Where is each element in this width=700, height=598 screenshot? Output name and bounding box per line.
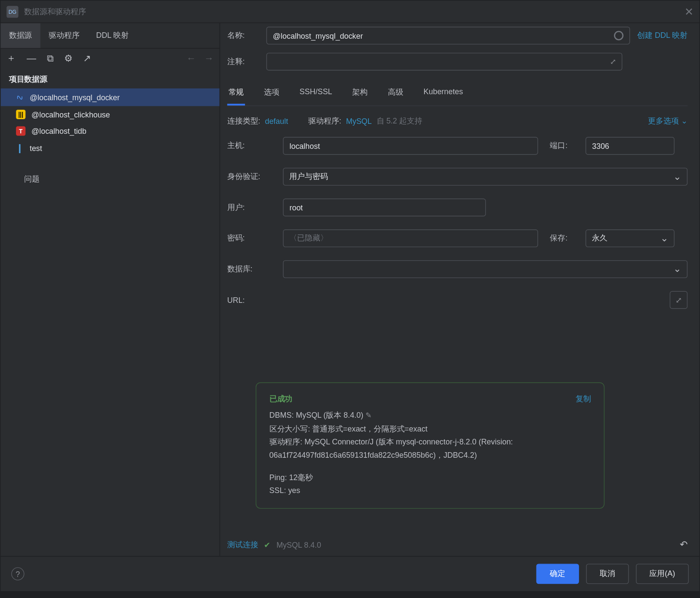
success-panel: 已成功 复制 DBMS: MySQL (版本 8.4.0)✎ 区分大小写: 普通… [256,382,604,509]
datasource-label: @localhost_tidb [31,126,87,136]
test-version: MySQL 8.4.0 [276,540,321,549]
revert-icon[interactable]: ↶ [680,539,688,550]
copy-link[interactable]: 复制 [576,394,591,405]
apply-button[interactable]: 应用(A) [636,564,689,584]
host-input[interactable]: localhost [283,137,538,154]
right-panel: 名称: @localhost_mysql_docker 创建 DDL 映射 注释… [220,23,699,556]
back-icon[interactable]: ← [186,53,196,64]
database-select[interactable] [283,260,688,278]
copy-icon[interactable]: ⧉ [47,53,53,64]
success-driver: 驱动程序: MySQL Connector/J (版本 mysql-connec… [269,435,591,462]
title-bar: DG 数据源和驱动程序 ✕ [0,0,699,23]
port-input[interactable]: 3306 [585,137,675,154]
tidb-icon: T [16,126,25,136]
datasource-item-mysql[interactable]: ∿ @localhost_mysql_docker [0,88,219,106]
success-ssl: SSL: yes [269,484,591,497]
cancel-button[interactable]: 取消 [586,564,629,584]
user-label: 用户: [227,202,271,213]
remove-icon[interactable]: — [27,53,36,64]
forward-icon[interactable]: → [204,53,214,64]
tab-ssh[interactable]: SSH/SSL [298,87,333,106]
left-tabs: 数据源 驱动程序 DDL 映射 [0,23,219,49]
auth-label: 身份验证: [227,171,271,182]
success-title: 已成功 [269,394,293,405]
datasource-label: @localhost_clickhouse [31,110,110,119]
conn-type-label: 连接类型: [227,116,260,126]
name-input[interactable]: @localhost_mysql_docker [266,27,630,44]
check-icon: ✔ [264,540,270,549]
app-icon: DG [6,6,19,18]
database-label: 数据库: [227,264,271,274]
tab-schemas[interactable]: 架构 [351,87,369,106]
password-label: 密码: [227,233,271,244]
url-label: URL: [227,296,271,305]
mysql-icon: ∿ [15,91,25,103]
datasource-label: @localhost_mysql_docker [30,93,120,102]
driver-label: 驱动程序: [308,116,341,126]
name-label: 名称: [227,30,259,41]
tab-datasources[interactable]: 数据源 [0,23,40,48]
datasource-item-tidb[interactable]: T @localhost_tidb [0,123,219,139]
settings-icon[interactable]: ⚙ [64,53,72,64]
save-select[interactable]: 永久 [585,229,675,247]
comment-label: 注释: [227,56,259,67]
ok-button[interactable]: 确定 [536,564,579,584]
tab-kubernetes[interactable]: Kubernetes [422,87,464,106]
user-input[interactable]: root [283,199,486,216]
left-toolbar: ＋ — ⧉ ⚙ ↗ ← → [0,49,219,68]
section-project-datasources: 项目数据源 [0,68,219,88]
problems-node[interactable]: 问题 [0,170,219,188]
tab-options[interactable]: 选项 [263,87,280,106]
success-case: 区分大小写: 普通形式=exact，分隔形式=exact [269,422,591,435]
password-input[interactable]: 〈已隐藏〉 [283,229,538,247]
clickhouse-icon: ||| [16,110,25,119]
host-label: 主机: [227,141,271,151]
datasource-label: test [30,144,42,153]
button-bar: ? 确定 取消 应用(A) [0,556,699,591]
success-dbms: DBMS: MySQL (版本 8.4.0) [269,411,363,420]
color-ring-icon[interactable] [614,31,624,40]
datasource-item-test[interactable]: ❙ test [0,139,219,157]
success-ping: Ping: 12毫秒 [269,471,591,484]
detail-tabs: 常规 选项 SSH/SSL 架构 高级 Kubernetes [227,87,688,106]
postgres-icon: ❙ [16,143,24,154]
create-ddl-link[interactable]: 创建 DDL 映射 [637,30,688,41]
driver-since: 自 5.2 起支持 [377,116,423,126]
comment-input[interactable]: ⤢ [266,53,623,71]
tab-advanced[interactable]: 高级 [387,87,404,106]
conn-type-value[interactable]: default [265,117,288,126]
makeglobal-icon[interactable]: ↗ [83,53,91,64]
chevron-down-icon: ⌄ [681,116,688,125]
tab-general[interactable]: 常规 [227,87,245,106]
more-options-link[interactable]: 更多选项 ⌄ [648,116,688,126]
help-icon[interactable]: ? [11,567,24,580]
save-label: 保存: [550,233,573,244]
datasource-tree: ∿ @localhost_mysql_docker ||| @localhost… [0,88,219,556]
window-title: 数据源和驱动程序 [24,6,86,17]
close-icon[interactable]: ✕ [685,5,694,18]
left-panel: 数据源 驱动程序 DDL 映射 ＋ — ⧉ ⚙ ↗ ← → 项目数据源 ∿ [0,23,220,556]
maximize-icon[interactable]: ⤢ [670,291,688,309]
tab-drivers[interactable]: 驱动程序 [40,23,88,48]
port-label: 端口: [550,141,573,151]
pencil-icon[interactable]: ✎ [365,412,372,420]
test-connection-link[interactable]: 测试连接 [227,539,258,550]
add-icon[interactable]: ＋ [6,52,16,65]
datasource-item-clickhouse[interactable]: ||| @localhost_clickhouse [0,106,219,123]
auth-select[interactable]: 用户与密码 [283,168,688,185]
driver-value[interactable]: MySQL [346,117,372,126]
expand-icon[interactable]: ⤢ [610,58,616,66]
tab-ddl-mapping[interactable]: DDL 映射 [88,23,137,48]
